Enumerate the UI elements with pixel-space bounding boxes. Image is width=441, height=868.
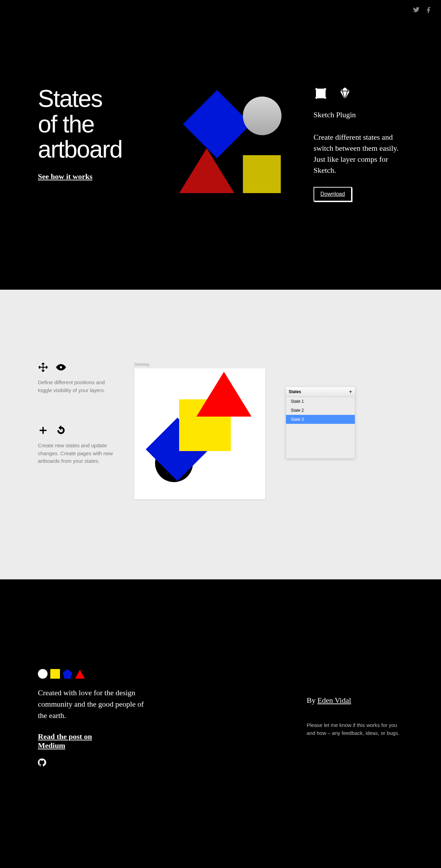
states-panel: States + State 1 State 2 State 3 — [286, 387, 355, 458]
red-triangle-icon — [196, 372, 252, 417]
yellow-square-icon — [50, 669, 60, 679]
artboard-icon — [314, 86, 328, 101]
medium-link-line1: Read the post on — [38, 732, 92, 741]
svg-point-1 — [320, 92, 322, 95]
footer-right: By Eden Vidal Please let me know if this… — [307, 696, 403, 767]
footer-left: Created with love for the design communi… — [38, 669, 148, 767]
hero-description: Create different states and switch betwe… — [314, 132, 403, 176]
title-line-2: of the — [38, 111, 94, 138]
hero-shapes-graphic — [179, 90, 283, 193]
page-title: States of the artboard — [38, 86, 148, 162]
artboard-canvas — [134, 368, 265, 499]
footer-section: Created with love for the design communi… — [0, 579, 441, 868]
state-row-3[interactable]: State 3 — [286, 415, 355, 424]
title-line-3: artboard — [38, 136, 122, 163]
panel-header: States + — [286, 387, 355, 397]
gray-circle-icon — [243, 97, 281, 135]
demo-section: Define different positions and toggle vi… — [0, 290, 441, 579]
move-icon — [38, 362, 48, 372]
hero-section: States of the artboard See how it works … — [0, 0, 441, 290]
plus-icon — [38, 425, 48, 436]
refresh-icon — [56, 425, 66, 436]
footer-shapes-row — [38, 669, 148, 679]
state-row-1[interactable]: State 1 — [286, 397, 355, 406]
twitter-link[interactable] — [413, 6, 420, 14]
features-column: Define different positions and toggle vi… — [38, 362, 114, 496]
medium-link-line2: Medium — [38, 741, 65, 750]
hero-right: Sketch Plugin Create different states an… — [314, 86, 403, 201]
medium-link[interactable]: Read the post on Medium — [38, 732, 92, 750]
svg-point-10 — [60, 366, 62, 369]
see-how-link[interactable]: See how it works — [38, 172, 92, 181]
by-prefix: By — [307, 696, 317, 705]
footer-note: Please let me know if this works for you… — [307, 721, 403, 737]
panel-title: States — [289, 389, 301, 394]
eye-icon — [56, 362, 66, 372]
facebook-link[interactable] — [426, 6, 433, 14]
github-link[interactable] — [38, 758, 148, 767]
sketch-diamond-icon — [338, 86, 352, 101]
twitter-icon — [413, 6, 420, 13]
by-line: By Eden Vidal — [307, 696, 403, 705]
blue-pentagon-icon — [63, 669, 72, 679]
add-state-button[interactable]: + — [349, 389, 352, 395]
artboard-label: Desktop — [134, 362, 265, 367]
title-line-1: States — [38, 85, 102, 112]
red-triangle-icon — [179, 148, 234, 193]
panel-empty-area — [286, 424, 355, 458]
feature-1-text: Define different positions and toggle vi… — [38, 379, 114, 394]
artboard-preview: Desktop — [134, 362, 265, 499]
red-triangle-icon — [75, 670, 85, 679]
download-button[interactable]: Download — [314, 187, 352, 201]
hero-left: States of the artboard See how it works — [38, 86, 148, 201]
feature-block-2: Create new states and update changes. Cr… — [38, 425, 114, 465]
white-circle-icon — [38, 669, 48, 679]
state-row-2[interactable]: State 2 — [286, 406, 355, 415]
yellow-square-icon — [243, 155, 281, 193]
feature-block-1: Define different positions and toggle vi… — [38, 362, 114, 394]
author-link[interactable]: Eden Vidal — [317, 696, 351, 705]
github-icon — [38, 758, 46, 767]
feature-2-text: Create new states and update changes. Cr… — [38, 442, 114, 465]
hero-subheading: Sketch Plugin — [314, 110, 403, 119]
facebook-icon — [426, 6, 433, 13]
social-bar — [413, 6, 433, 14]
footer-paragraph: Created with love for the design communi… — [38, 687, 148, 721]
